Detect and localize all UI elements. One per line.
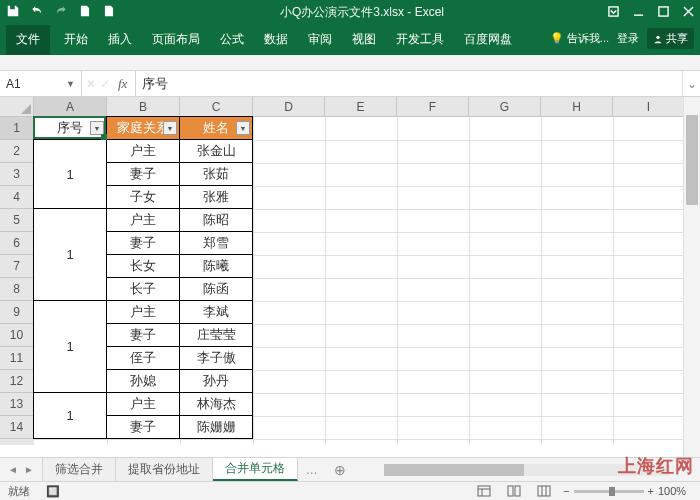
- tab-review[interactable]: 审阅: [298, 25, 342, 55]
- close-icon[interactable]: [683, 6, 694, 20]
- add-sheet-button[interactable]: ⊕: [326, 458, 354, 481]
- cell[interactable]: 妻子: [106, 162, 180, 186]
- row-header-14[interactable]: 14: [0, 416, 34, 439]
- cell[interactable]: 陈姗姗: [179, 415, 253, 439]
- fx-icon[interactable]: fx: [114, 76, 131, 92]
- cell[interactable]: 张茹: [179, 162, 253, 186]
- share-button[interactable]: 共享: [647, 28, 694, 49]
- cell[interactable]: 序号: [33, 116, 107, 140]
- tab-insert[interactable]: 插入: [98, 25, 142, 55]
- expand-formula-icon[interactable]: ⌄: [682, 71, 700, 96]
- zoom-slider[interactable]: [574, 490, 644, 493]
- filter-icon[interactable]: [90, 121, 104, 135]
- row-header-8[interactable]: 8: [0, 278, 34, 301]
- view-layout-icon[interactable]: [503, 484, 525, 499]
- vertical-scrollbar[interactable]: [683, 97, 700, 457]
- tab-layout[interactable]: 页面布局: [142, 25, 210, 55]
- row-header-4[interactable]: 4: [0, 186, 34, 209]
- tab-home[interactable]: 开始: [54, 25, 98, 55]
- minimize-icon[interactable]: [633, 6, 644, 20]
- sheet-nav[interactable]: ◄►: [0, 458, 43, 481]
- row-header-10[interactable]: 10: [0, 324, 34, 347]
- row-header-13[interactable]: 13: [0, 393, 34, 416]
- sheet-more-icon[interactable]: …: [298, 458, 326, 481]
- col-header-A[interactable]: A: [34, 97, 107, 116]
- maximize-icon[interactable]: [658, 6, 669, 20]
- cell[interactable]: 李斌: [179, 300, 253, 324]
- row-header-2[interactable]: 2: [0, 140, 34, 163]
- view-normal-icon[interactable]: [473, 484, 495, 499]
- cell[interactable]: 林海杰: [179, 392, 253, 416]
- zoom-in-icon[interactable]: +: [648, 485, 654, 497]
- col-header-H[interactable]: H: [541, 97, 613, 116]
- col-header-D[interactable]: D: [253, 97, 325, 116]
- cell[interactable]: 孙丹: [179, 369, 253, 393]
- row-header-12[interactable]: 12: [0, 370, 34, 393]
- filter-icon[interactable]: [163, 121, 177, 135]
- cell[interactable]: 李子傲: [179, 346, 253, 370]
- formula-input[interactable]: 序号: [136, 71, 682, 96]
- tab-view[interactable]: 视图: [342, 25, 386, 55]
- cell[interactable]: 妻子: [106, 231, 180, 255]
- row-header-5[interactable]: 5: [0, 209, 34, 232]
- tab-formulas[interactable]: 公式: [210, 25, 254, 55]
- cell[interactable]: 1: [33, 300, 107, 393]
- cell[interactable]: 户主: [106, 208, 180, 232]
- row-header-3[interactable]: 3: [0, 163, 34, 186]
- cell[interactable]: 1: [33, 139, 107, 209]
- cell[interactable]: 陈昭: [179, 208, 253, 232]
- row-header-11[interactable]: 11: [0, 347, 34, 370]
- cell[interactable]: 陈函: [179, 277, 253, 301]
- cell[interactable]: 孙媳: [106, 369, 180, 393]
- cell[interactable]: 侄子: [106, 346, 180, 370]
- cell[interactable]: 1: [33, 392, 107, 439]
- sheet-tab-2[interactable]: 合并单元格: [213, 458, 298, 481]
- cell[interactable]: 陈曦: [179, 254, 253, 278]
- cell[interactable]: 长女: [106, 254, 180, 278]
- select-all-button[interactable]: [0, 97, 34, 116]
- cell[interactable]: 妻子: [106, 415, 180, 439]
- zoom-control[interactable]: − + 100%: [563, 485, 692, 497]
- cell[interactable]: 子女: [106, 185, 180, 209]
- cell[interactable]: 1: [33, 208, 107, 301]
- row-header-7[interactable]: 7: [0, 255, 34, 278]
- cell[interactable]: 张雅: [179, 185, 253, 209]
- cell[interactable]: 户主: [106, 300, 180, 324]
- undo-icon[interactable]: [30, 4, 44, 21]
- cell[interactable]: 郑雪: [179, 231, 253, 255]
- sheet-tab-0[interactable]: 筛选合并: [43, 458, 116, 481]
- tab-developer[interactable]: 开发工具: [386, 25, 454, 55]
- col-header-G[interactable]: G: [469, 97, 541, 116]
- zoom-value[interactable]: 100%: [658, 485, 692, 497]
- col-header-C[interactable]: C: [180, 97, 253, 116]
- tab-baidu[interactable]: 百度网盘: [454, 25, 522, 55]
- spreadsheet-grid[interactable]: A B C D E F G H I 1234567891011121314 序号…: [0, 97, 700, 445]
- sheet-tab-1[interactable]: 提取省份地址: [116, 458, 213, 481]
- cell[interactable]: 家庭关系: [106, 116, 180, 140]
- cell[interactable]: 妻子: [106, 323, 180, 347]
- view-pagebreak-icon[interactable]: [533, 484, 555, 499]
- col-header-E[interactable]: E: [325, 97, 397, 116]
- row-header-6[interactable]: 6: [0, 232, 34, 255]
- new-icon[interactable]: [78, 4, 92, 21]
- col-header-F[interactable]: F: [397, 97, 469, 116]
- cell[interactable]: 张金山: [179, 139, 253, 163]
- filter-icon[interactable]: [236, 121, 250, 135]
- ribbon-options-icon[interactable]: [608, 6, 619, 20]
- zoom-out-icon[interactable]: −: [563, 485, 569, 497]
- cell[interactable]: 庄莹莹: [179, 323, 253, 347]
- cell[interactable]: 户主: [106, 139, 180, 163]
- tab-file[interactable]: 文件: [6, 25, 50, 55]
- row-header-1[interactable]: 1: [0, 117, 34, 140]
- cell[interactable]: 姓名: [179, 116, 253, 140]
- cell[interactable]: 户主: [106, 392, 180, 416]
- signin-link[interactable]: 登录: [617, 31, 639, 46]
- redo-icon[interactable]: [54, 4, 68, 21]
- save-icon[interactable]: [6, 4, 20, 21]
- col-header-B[interactable]: B: [107, 97, 180, 116]
- col-header-I[interactable]: I: [613, 97, 685, 116]
- row-header-9[interactable]: 9: [0, 301, 34, 324]
- name-box[interactable]: A1▼: [0, 71, 82, 96]
- tell-me[interactable]: 💡 告诉我...: [550, 31, 609, 46]
- cell[interactable]: 长子: [106, 277, 180, 301]
